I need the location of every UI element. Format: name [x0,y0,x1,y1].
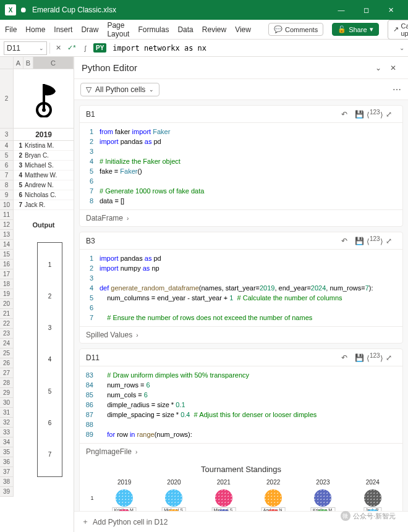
ribbon-tab[interactable]: View [235,25,251,34]
save-icon[interactable]: 💾 [352,110,367,119]
python-badge: PY [93,43,106,53]
player-row[interactable]: 1Kristina M. [14,141,74,151]
code-editor[interactable]: 1import pandas as pd2import numpy as np3… [80,250,402,326]
excel-app-icon: X [5,4,16,15]
ribbon-tab[interactable]: Insert [54,25,72,34]
formula-bar: D11⌄ ✕ ✓* ∫ PY ⌄ [0,40,408,57]
standings-chart: Tournament Standings20192020202120222023… [80,460,402,511]
expand-icon[interactable]: ⤢ [381,353,396,362]
cell-filter-dropdown[interactable]: ▽ All Python cells ⌄ [80,83,159,96]
close-button[interactable]: ✕ [378,6,403,14]
expand-formula-icon[interactable]: ⌄ [399,44,404,51]
player-row[interactable]: 6Nicholas C. [14,190,74,200]
chevron-down-icon: ⌄ [39,45,44,51]
output-type-icon[interactable]: ⟨123⟩ [367,352,381,363]
chevron-right-icon: › [135,449,137,455]
chevron-right-icon: › [136,332,138,339]
maximize-button[interactable]: ◻ [354,6,378,14]
cell-ref[interactable]: B3 [86,237,95,245]
python-cell: B3↶💾⟨123⟩⤢1import pandas as pd2import nu… [79,232,403,344]
ribbon-tab[interactable]: Home [25,25,45,34]
save-icon[interactable]: 💾 [352,237,367,245]
ribbon-tab[interactable]: File [5,25,17,34]
cell-result[interactable]: Spilled Values › [80,326,402,343]
plus-icon: ＋ [82,517,89,527]
document-title: Emerald Cup Classic.xlsx [32,6,116,14]
output-label-cell[interactable]: Output [14,220,74,230]
output-type-icon[interactable]: ⟨123⟩ [367,109,381,119]
cell-result[interactable]: PngImageFile › [80,443,402,460]
window-titlebar: X ⏺ Emerald Cup Classic.xlsx — ◻ ✕ [0,0,408,20]
chart-thumbnail: 1234567 [37,242,62,477]
add-python-cell[interactable]: ＋ Add Python cell in D12 [74,511,408,532]
autosave-icon[interactable]: ⏺ [20,6,27,14]
share-button[interactable]: 🔓 Share ▾ [332,23,378,36]
golf-flag-logo [14,69,74,129]
filter-icon: ▽ [86,85,91,94]
ribbon-tab[interactable]: Draw [81,25,98,34]
enter-formula-icon[interactable]: ✓* [66,44,77,52]
player-row[interactable]: 2Bryan C. [14,151,74,161]
ribbon-tab[interactable]: Formulas [138,25,169,34]
python-editor-pane: Python Editor ⌄ ✕ ▽ All Python cells ⌄ ⋯… [74,57,408,532]
comments-button[interactable]: 💬 Comments [268,23,323,36]
player-row[interactable]: 3Michael S. [14,161,74,171]
formula-input[interactable] [109,41,397,55]
col-header[interactable]: B [23,57,33,69]
ribbon-tab[interactable]: Review [202,25,226,34]
year-header-cell[interactable]: 2019 [14,129,74,141]
player-row[interactable]: 5Andrew N. [14,180,74,190]
cancel-formula-icon[interactable]: ✕ [53,44,64,52]
cell-ref[interactable]: B1 [86,110,95,119]
collapse-icon[interactable]: ⌄ [371,64,386,72]
undo-icon[interactable]: ↶ [337,110,352,119]
ribbon-tabs: File Home Insert Draw Page Layout Formul… [0,20,408,40]
code-editor[interactable]: 1from faker import Faker2import pandas a… [80,123,402,209]
python-cell: B1↶💾⟨123⟩⤢1from faker import Faker2impor… [79,105,403,227]
ribbon-tab[interactable]: Page Layout [107,21,129,38]
player-row[interactable]: 4Matthew W. [14,171,74,180]
ribbon-tab[interactable]: Data [177,25,193,34]
undo-icon[interactable]: ↶ [337,353,352,362]
col-header[interactable]: A [14,57,23,69]
cell-ref[interactable]: D11 [86,353,100,362]
more-options-icon[interactable]: ⋯ [393,85,402,95]
col-header[interactable]: C [33,57,74,69]
cell-result[interactable]: DataFrame › [80,209,402,226]
fx-icon[interactable]: ∫ [80,44,91,52]
catchup-button[interactable]: ↗ Catch up [388,20,409,40]
code-editor[interactable]: 83 # Draw uniform dimples with 50% trans… [80,366,402,443]
output-type-icon[interactable]: ⟨123⟩ [367,235,381,246]
chevron-down-icon: ⌄ [149,87,154,93]
spreadsheet-grid[interactable]: A B C 2345678910111213141516171819202122… [0,57,74,532]
save-icon[interactable]: 💾 [352,353,367,362]
expand-icon[interactable]: ⤢ [381,110,396,119]
expand-icon[interactable]: ⤢ [381,237,396,245]
minimize-button[interactable]: — [329,6,354,14]
close-pane-icon[interactable]: ✕ [386,64,401,72]
python-cell: D11↶💾⟨123⟩⤢83 # Draw uniform dimples wit… [79,348,403,511]
name-box[interactable]: D11⌄ [4,41,47,55]
undo-icon[interactable]: ↶ [337,237,352,245]
chevron-right-icon: › [127,215,129,222]
player-row[interactable]: 7Jack R. [14,200,74,210]
editor-title: Python Editor [82,62,371,73]
